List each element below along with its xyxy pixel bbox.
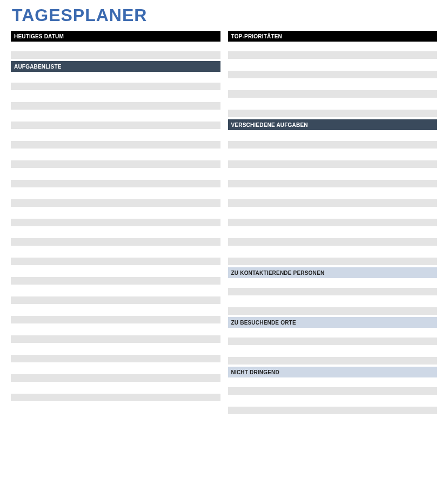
task-row[interactable]	[11, 258, 220, 267]
contact-row[interactable]	[228, 307, 438, 317]
section-not-urgent: NICHT DRINGEND	[228, 367, 438, 416]
section-today: HEUTIGES DATUM	[11, 31, 220, 61]
task-row[interactable]	[11, 92, 220, 102]
misc-tasks-rows	[228, 130, 438, 267]
task-row[interactable]	[11, 151, 220, 160]
row-blank[interactable]	[228, 328, 438, 338]
left-column: HEUTIGES DATUM AUFGABENLISTE	[11, 31, 220, 416]
priority-row[interactable]	[228, 100, 438, 110]
task-row[interactable]	[11, 394, 220, 403]
priority-row[interactable]	[228, 61, 438, 71]
misc-task-row[interactable]	[228, 151, 438, 160]
header-top-priorities-label: TOP-PRIORITÄTEN	[231, 33, 282, 39]
planner-body: HEUTIGES DATUM AUFGABENLISTE	[11, 31, 437, 416]
task-row[interactable]	[11, 228, 220, 238]
tasks-rows	[11, 72, 220, 413]
task-row[interactable]	[11, 180, 220, 190]
task-row[interactable]	[11, 355, 220, 365]
task-row[interactable]	[11, 248, 220, 258]
task-row[interactable]	[11, 199, 220, 209]
task-row[interactable]	[11, 316, 220, 326]
task-row[interactable]	[11, 335, 220, 345]
misc-task-row[interactable]	[228, 219, 438, 228]
task-row[interactable]	[11, 345, 220, 355]
task-row[interactable]	[11, 160, 220, 170]
header-tasks-label: AUFGABENLISTE	[14, 64, 62, 70]
misc-task-row[interactable]	[228, 209, 438, 219]
contact-row[interactable]	[228, 288, 438, 298]
not-urgent-row[interactable]	[228, 407, 438, 416]
misc-task-row[interactable]	[228, 199, 438, 209]
task-row[interactable]	[11, 131, 220, 141]
row-blank[interactable]	[228, 377, 438, 387]
header-contacts: ZU KONTAKTIERENDE PERSONEN	[228, 267, 438, 278]
header-places-label: ZU BESUCHENDE ORTE	[231, 320, 296, 326]
priority-row[interactable]	[228, 51, 438, 61]
header-top-priorities: TOP-PRIORITÄTEN	[228, 31, 438, 42]
header-not-urgent: NICHT DRINGEND	[228, 367, 438, 377]
priority-row[interactable]	[228, 71, 438, 80]
header-not-urgent-label: NICHT DRINGEND	[231, 369, 279, 375]
header-misc-tasks-label: VERSCHIEDENE AUFGABEN	[231, 122, 308, 128]
row-blank[interactable]	[228, 130, 438, 141]
misc-task-row[interactable]	[228, 141, 438, 151]
not-urgent-row[interactable]	[228, 387, 438, 397]
page-title: TAGESPLANER	[12, 5, 437, 25]
not-urgent-row[interactable]	[228, 397, 438, 407]
task-row[interactable]	[11, 365, 220, 374]
task-row[interactable]	[11, 170, 220, 180]
task-row[interactable]	[11, 219, 220, 228]
header-contacts-label: ZU KONTAKTIERENDE PERSONEN	[231, 270, 325, 276]
task-row[interactable]	[11, 326, 220, 335]
task-row[interactable]	[11, 296, 220, 306]
task-row[interactable]	[11, 277, 220, 287]
header-misc-tasks: VERSCHIEDENE AUFGABEN	[228, 119, 438, 130]
contact-row[interactable]	[228, 298, 438, 307]
misc-task-row[interactable]	[228, 170, 438, 180]
section-misc-tasks: VERSCHIEDENE AUFGABEN	[228, 119, 438, 267]
task-row[interactable]	[11, 238, 220, 248]
task-row[interactable]	[11, 287, 220, 296]
header-today-label: HEUTIGES DATUM	[14, 33, 64, 39]
task-row[interactable]	[11, 190, 220, 199]
task-row[interactable]	[11, 403, 220, 413]
header-tasks: AUFGABENLISTE	[11, 61, 220, 72]
task-row[interactable]	[11, 384, 220, 394]
misc-task-row[interactable]	[228, 258, 438, 267]
section-tasks: AUFGABENLISTE	[11, 61, 220, 413]
row-blank[interactable]	[228, 42, 438, 51]
misc-task-row[interactable]	[228, 238, 438, 248]
row-blank[interactable]	[11, 42, 220, 51]
task-row[interactable]	[11, 102, 220, 112]
task-row[interactable]	[11, 374, 220, 384]
places-rows	[228, 328, 438, 367]
section-contacts: ZU KONTAKTIERENDE PERSONEN	[228, 267, 438, 317]
place-row[interactable]	[228, 347, 438, 357]
contacts-rows	[228, 278, 438, 317]
header-places: ZU BESUCHENDE ORTE	[228, 317, 438, 328]
place-row[interactable]	[228, 338, 438, 347]
priority-row[interactable]	[228, 110, 438, 119]
misc-task-row[interactable]	[228, 160, 438, 170]
task-row[interactable]	[11, 306, 220, 316]
header-today: HEUTIGES DATUM	[11, 31, 220, 42]
row-blank[interactable]	[11, 72, 220, 83]
task-row[interactable]	[11, 209, 220, 219]
task-row[interactable]	[11, 112, 220, 122]
task-row[interactable]	[11, 122, 220, 131]
task-row[interactable]	[11, 141, 220, 151]
place-row[interactable]	[228, 357, 438, 367]
misc-task-row[interactable]	[228, 248, 438, 258]
right-column: TOP-PRIORITÄTEN VERSCHIEDENE AUFGABEN	[228, 31, 438, 416]
misc-task-row[interactable]	[228, 190, 438, 199]
priority-row[interactable]	[228, 80, 438, 90]
misc-task-row[interactable]	[228, 180, 438, 190]
misc-task-row[interactable]	[228, 228, 438, 238]
task-row[interactable]	[11, 83, 220, 92]
task-row[interactable]	[11, 267, 220, 277]
row-blank[interactable]	[228, 278, 438, 288]
row-today-value[interactable]	[11, 51, 220, 61]
priority-row[interactable]	[228, 90, 438, 100]
top-priorities-rows	[228, 42, 438, 119]
section-top-priorities: TOP-PRIORITÄTEN	[228, 31, 438, 119]
